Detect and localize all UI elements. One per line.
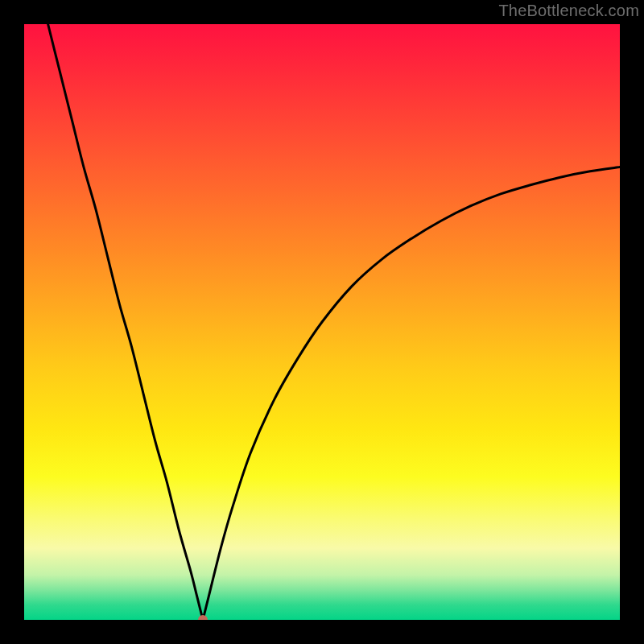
watermark-text: TheBottleneck.com xyxy=(498,2,639,20)
chart-stage: TheBottleneck.com xyxy=(0,0,644,644)
curve-right-branch xyxy=(203,167,620,620)
curve-layer xyxy=(24,24,620,620)
curve-left-branch xyxy=(48,24,203,620)
plot-area xyxy=(24,24,620,620)
minimum-marker xyxy=(198,615,208,620)
